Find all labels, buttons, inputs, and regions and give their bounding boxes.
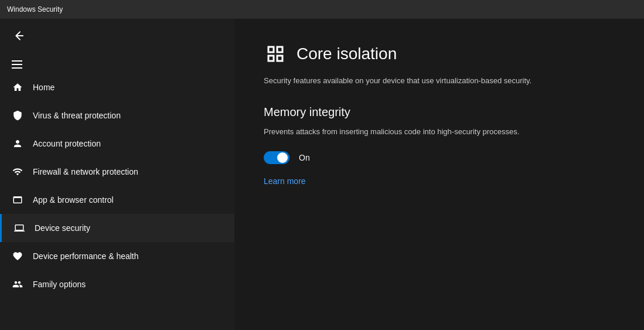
sidebar-item-app-browser[interactable]: App & browser control [0,186,234,214]
hamburger-button[interactable] [0,56,234,73]
core-isolation-svg [265,43,286,64]
person-icon [12,138,23,149]
sidebar-item-device-security-label: Device security [35,223,90,233]
sidebar-header [0,19,234,56]
sidebar-item-firewall-label: Firewall & network protection [33,167,138,176]
sidebar-item-account[interactable]: Account protection [0,130,234,158]
app-container: Home Virus & threat protection Account p… [0,19,644,330]
sidebar-item-virus-label: Virus & threat protection [33,111,121,120]
page-header: Core isolation [264,42,615,66]
main-content: Core isolation Security features availab… [234,19,644,330]
sidebar-item-device-perf[interactable]: Device performance & health [0,242,234,270]
back-arrow-icon [14,30,25,41]
heart-icon [12,250,23,262]
hamburger-line-3 [12,67,22,69]
family-icon [12,278,23,290]
sidebar-item-firewall[interactable]: Firewall & network protection [0,158,234,186]
page-subtitle: Security features available on your devi… [264,75,604,87]
section-memory-integrity-title: Memory integrity [264,106,615,119]
device-icon [13,222,25,234]
learn-more-link[interactable]: Learn more [264,176,306,186]
shield-icon [12,110,23,121]
sidebar-item-device-security[interactable]: Device security [0,214,234,242]
back-button[interactable] [12,28,27,46]
browser-icon [12,194,23,206]
section-memory-integrity-desc: Prevents attacks from inserting maliciou… [264,126,604,138]
toggle-state-label: On [299,153,310,162]
core-isolation-icon [264,42,287,66]
sidebar-item-family-label: Family options [33,280,86,289]
sidebar-item-account-label: Account protection [33,139,101,148]
sidebar-item-family[interactable]: Family options [0,270,234,298]
sidebar-item-virus-threat[interactable]: Virus & threat protection [0,101,234,130]
title-bar: Windows Security [0,0,644,19]
memory-integrity-toggle-row: On [264,151,615,164]
sidebar-item-app-browser-label: App & browser control [33,195,114,205]
app-title: Windows Security [7,5,63,13]
page-title: Core isolation [297,45,397,63]
wifi-icon [12,166,23,178]
toggle-thumb [277,152,288,163]
memory-integrity-toggle[interactable] [264,151,289,164]
hamburger-line-2 [12,64,22,65]
sidebar-item-home[interactable]: Home [0,73,234,101]
sidebar: Home Virus & threat protection Account p… [0,19,234,330]
sidebar-item-device-perf-label: Device performance & health [33,251,139,261]
sidebar-item-home-label: Home [33,83,54,92]
hamburger-line-1 [12,60,22,62]
home-icon [12,81,23,93]
